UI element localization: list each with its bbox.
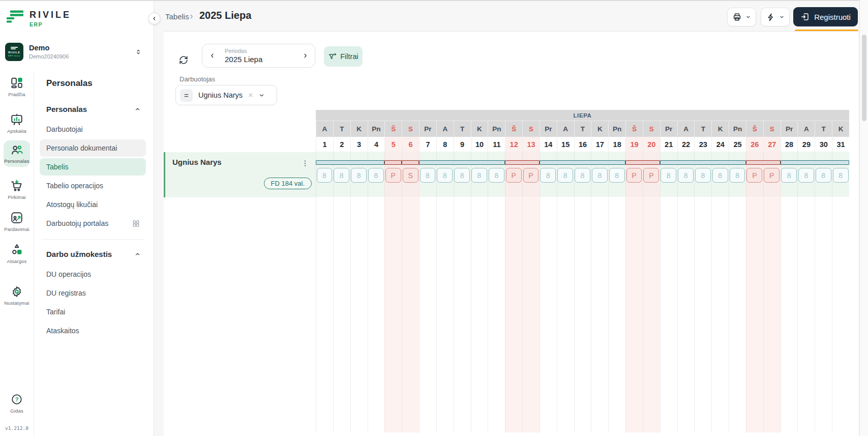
workspace-switcher[interactable]: RIVILEERP demo Demo Demo20240906: [5, 41, 149, 63]
day-chip-30[interactable]: 8: [816, 168, 831, 183]
print-button[interactable]: [727, 8, 756, 26]
body-day-column: [591, 197, 608, 432]
day-chip-12[interactable]: P: [506, 168, 522, 183]
day-chip-26[interactable]: P: [746, 168, 762, 183]
date-cell: 24: [711, 137, 729, 152]
weekday-cell: T: [815, 121, 832, 137]
rail-item-personalas[interactable]: Personalas: [0, 140, 34, 167]
period-next-button[interactable]: [296, 44, 314, 67]
register-label: Registruoti: [814, 13, 851, 21]
rail-item-pirkimai[interactable]: Pirkimai: [0, 179, 34, 200]
dashboard-icon: [10, 76, 23, 90]
weekday-cell: K: [711, 121, 729, 137]
body-day-column: [316, 197, 333, 432]
date-cell: 6: [402, 137, 419, 152]
day-chip-24[interactable]: 8: [712, 168, 728, 183]
main-area: Tabelis 2025 Liepa Registruoti: [155, 0, 868, 436]
shift-bars: [316, 160, 849, 165]
workspace-name: Demo: [29, 44, 69, 52]
day-chip-19[interactable]: P: [626, 168, 642, 183]
weekday-cell: T: [454, 121, 471, 137]
date-cell: 16: [574, 137, 591, 152]
day-chip-16[interactable]: 8: [575, 168, 590, 183]
sidebar-item-tabelis[interactable]: Tabelis: [40, 158, 146, 176]
date-cell: 22: [677, 137, 695, 152]
rail-item-atsargos[interactable]: Atsargos: [0, 243, 34, 264]
day-chip-31[interactable]: 8: [833, 168, 849, 183]
day-chip-3[interactable]: 8: [351, 168, 367, 183]
day-chip-14[interactable]: 8: [540, 168, 556, 183]
day-chip-11[interactable]: 8: [489, 168, 504, 183]
rail-item-label: Atsargos: [7, 258, 26, 264]
day-chip-20[interactable]: P: [643, 168, 659, 183]
submit-icon: [800, 12, 810, 21]
employee-filter-select[interactable]: = Ugnius Narys: [175, 85, 277, 105]
shift-bar-work: [316, 160, 384, 165]
zap-icon: [766, 13, 775, 22]
day-chip-7[interactable]: 8: [420, 168, 436, 183]
rail-item-label: Pirkimai: [8, 194, 25, 200]
day-chip-25[interactable]: 8: [730, 168, 745, 183]
sidebar-item-personalo-dokumentai[interactable]: Personalo dokumentai: [40, 139, 146, 157]
rail-item-gidas[interactable]: ?Gidas: [0, 393, 34, 414]
day-chip-2[interactable]: 8: [334, 168, 349, 183]
sidebar-item-tabelio-operacijos[interactable]: Tabelio operacijos: [40, 177, 146, 194]
scrollbar-thumb[interactable]: [862, 35, 866, 121]
sidebar-item-darbuotojai[interactable]: Darbuotojai: [40, 121, 146, 138]
shift-bar-work: [540, 160, 625, 165]
filter-operator-button[interactable]: =: [180, 89, 193, 102]
weekday-cell: Š: [505, 121, 522, 137]
day-chip-5[interactable]: P: [385, 168, 401, 183]
sidebar-collapse-button[interactable]: [148, 13, 160, 24]
day-chip-8[interactable]: 8: [437, 168, 453, 183]
sidebar-item-du-operacijos[interactable]: DU operacijos: [40, 266, 146, 283]
chevron-down-icon[interactable]: [258, 92, 265, 99]
menu-section-darbo-uzmokestis[interactable]: Darbo užmokestis: [40, 246, 146, 263]
day-chip-23[interactable]: 8: [695, 168, 711, 183]
filters-button[interactable]: Filtrai: [324, 46, 363, 67]
day-chip-10[interactable]: 8: [471, 168, 487, 183]
period-prev-button[interactable]: [203, 44, 221, 67]
day-chip-29[interactable]: 8: [798, 168, 814, 183]
day-chip-18[interactable]: 8: [609, 168, 625, 183]
day-chip-28[interactable]: 8: [781, 168, 797, 183]
period-selector[interactable]: Periodas 2025 Liepa: [202, 44, 315, 68]
day-chip-27[interactable]: P: [764, 168, 780, 183]
quick-actions-button[interactable]: [761, 8, 790, 26]
page-scrollbar[interactable]: [859, 0, 868, 436]
rail-item-pardavimai[interactable]: Pardavimai: [0, 211, 34, 232]
day-chip-4[interactable]: 8: [368, 168, 384, 183]
sidebar-item-atostogu-likuciai[interactable]: Atostogų likučiai: [40, 196, 146, 213]
body-day-column: [488, 197, 505, 432]
menu-section-personalas[interactable]: Personalas: [40, 101, 146, 118]
clear-filter-icon[interactable]: [247, 92, 254, 99]
sidebar-item-darbuotoju-portalas[interactable]: Darbuotojų portalas: [40, 215, 146, 232]
rail-item-pradzia[interactable]: Pradžia: [0, 76, 34, 97]
calendar-grid: LIEPA ATKPnŠSPrATKPnŠSPrATKPnŠSPrATKPnŠS…: [316, 110, 849, 432]
date-cell: 25: [729, 137, 746, 152]
rail-item-nustatymai[interactable]: Nustatymai: [0, 285, 34, 306]
weekday-cell: Pr: [419, 121, 436, 137]
register-button[interactable]: Registruoti: [793, 7, 858, 26]
date-cell: 4: [368, 137, 385, 152]
day-chip-22[interactable]: 8: [678, 168, 694, 183]
sidebar-item-tarifai[interactable]: Tarifai: [40, 303, 146, 321]
breadcrumb-tabelis[interactable]: Tabelis: [165, 12, 189, 21]
rail-item-apskaita[interactable]: Apskaita: [0, 113, 34, 134]
day-chip-9[interactable]: 8: [454, 168, 470, 183]
workspace-id: Demo20240906: [29, 53, 69, 60]
day-chip-15[interactable]: 8: [557, 168, 573, 183]
row-menu-kebab-icon[interactable]: [300, 157, 311, 169]
sidebar-item-du-registras[interactable]: DU registras: [40, 284, 146, 302]
day-chip-6[interactable]: S: [403, 168, 418, 183]
rail-item-label: Pardavimai: [4, 226, 29, 232]
day-chip-1[interactable]: 8: [317, 168, 333, 183]
people-icon: [10, 143, 23, 157]
day-chip-21[interactable]: 8: [661, 168, 676, 183]
day-chip-13[interactable]: P: [523, 168, 539, 183]
date-cell: 14: [540, 137, 557, 152]
sidebar-item-ataskaitos[interactable]: Ataskaitos: [40, 322, 146, 339]
refresh-button[interactable]: [175, 52, 192, 68]
date-cell: 27: [763, 137, 781, 152]
day-chip-17[interactable]: 8: [592, 168, 608, 183]
